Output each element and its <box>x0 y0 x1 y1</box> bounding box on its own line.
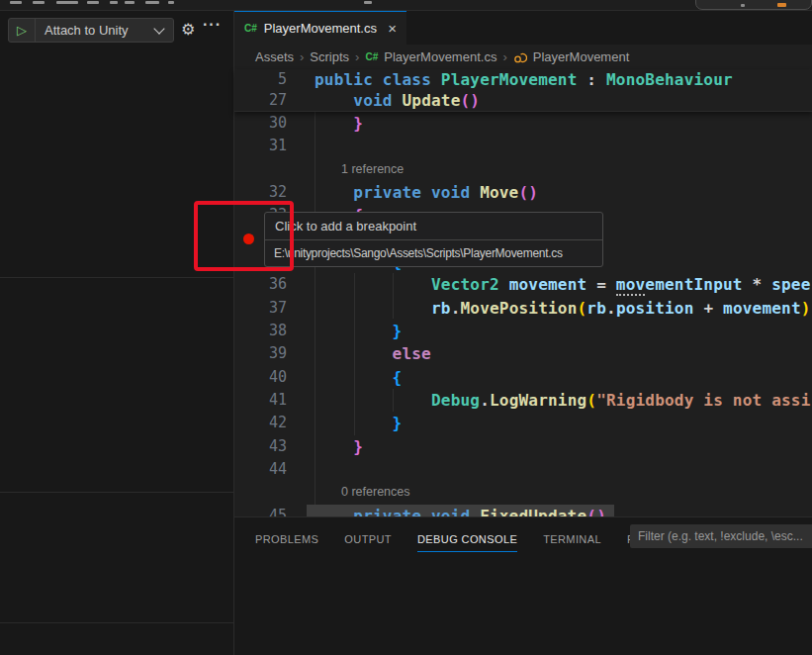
vscode-window: { "sidebar": { "attach_label": "Attach t… <box>0 0 812 655</box>
breadcrumb-item-file[interactable]: PlayerMovement.cs <box>384 49 496 64</box>
sidebar-section-divider <box>0 492 234 493</box>
panel-tab-bar: PROBLEMS OUTPUT DEBUG CONSOLE TERMINAL P… <box>255 527 667 552</box>
debug-launch-control[interactable]: ▷ Attach to Unity <box>8 18 174 43</box>
code-line[interactable]: 37rb.MovePosition(rb.position + movement… <box>234 297 812 320</box>
code-line[interactable]: 43} <box>234 435 812 458</box>
code-token: ) <box>801 299 811 318</box>
code-text: } <box>315 435 363 458</box>
line-number[interactable]: 30 <box>234 112 287 135</box>
more-actions-icon[interactable]: ··· <box>203 16 222 34</box>
breadcrumb-item-scripts[interactable]: Scripts <box>310 49 349 64</box>
code-editor[interactable]: 30}311 reference32private void Move()33{… <box>234 112 812 516</box>
breadcrumb-item-class[interactable]: PlayerMovement <box>533 49 630 64</box>
code-line[interactable]: 44 <box>234 458 812 481</box>
line-number[interactable]: 5 <box>234 69 287 90</box>
breadcrumb: Assets › Scripts › C# PlayerMovement.cs … <box>234 45 812 69</box>
code-token: position <box>616 299 704 318</box>
tab-playermovement[interactable]: C# PlayerMovement.cs × <box>234 10 406 45</box>
code-token: rb <box>586 299 606 318</box>
breadcrumb-separator: › <box>502 49 506 64</box>
command-center-searchbox[interactable] <box>695 0 812 10</box>
code-token: } <box>353 114 363 133</box>
debug-config-label[interactable]: Attach to Unity <box>36 23 151 38</box>
code-line[interactable]: 40{ <box>234 366 812 389</box>
line-number[interactable]: 42 <box>234 412 287 434</box>
tab-debug-console[interactable]: DEBUG CONSOLE <box>417 527 517 552</box>
line-number[interactable]: 40 <box>234 366 287 389</box>
code-token: spee <box>771 275 810 294</box>
code-token: private void <box>353 507 480 516</box>
menu-item-clipped[interactable] <box>110 1 118 4</box>
code-line[interactable]: 32private void Move() <box>234 181 812 204</box>
code-token: () <box>518 183 538 202</box>
code-line[interactable]: 41Debug.LogWarning("Rigidbody is not ass… <box>234 389 812 412</box>
code-text: Vector2 movement = movementInput * spee <box>315 273 811 296</box>
line-number[interactable]: 43 <box>234 435 287 458</box>
breadcrumb-item-assets[interactable]: Assets <box>255 49 294 64</box>
tab-problems[interactable]: PROBLEMS <box>255 527 318 552</box>
csharp-file-icon: C# <box>365 51 378 62</box>
code-token: () <box>586 507 606 516</box>
line-number[interactable]: 45 <box>234 505 287 516</box>
line-number[interactable]: 27 <box>234 90 287 111</box>
code-token: ( <box>578 299 587 318</box>
tab-terminal[interactable]: TERMINAL <box>543 527 601 552</box>
code-text: public class PlayerMovement : MonoBehavi… <box>315 69 733 90</box>
code-line[interactable]: 45private void FixedUpdate() <box>234 505 812 516</box>
close-icon[interactable]: × <box>388 21 397 36</box>
menu-item-clipped[interactable] <box>125 1 135 4</box>
menu-item-clipped[interactable] <box>33 1 45 4</box>
code-token: movement <box>723 299 801 318</box>
code-token: . <box>480 391 490 410</box>
sticky-scroll: 5public class PlayerMovement : MonoBehav… <box>234 69 812 112</box>
line-number[interactable]: 37 <box>234 297 287 320</box>
sidebar-section-divider <box>0 277 234 278</box>
menu-item-clipped[interactable] <box>145 1 159 4</box>
codelens[interactable]: 1 reference <box>234 158 812 181</box>
line-number[interactable]: 39 <box>234 342 287 365</box>
codelens[interactable]: 0 references <box>234 481 812 504</box>
filter-input[interactable] <box>630 524 812 548</box>
code-token: Vector2 <box>431 275 509 294</box>
line-number[interactable]: 36 <box>234 273 287 296</box>
code-line[interactable]: 36Vector2 movement = movementInput * spe… <box>234 273 812 296</box>
menu-item-clipped[interactable] <box>87 1 99 4</box>
code-token: . <box>451 299 461 318</box>
code-text: rb.MovePosition(rb.position + movement) <box>315 297 811 320</box>
line-number[interactable]: 38 <box>234 320 287 342</box>
code-text: Debug.LogWarning("Rigidbody is not assi <box>315 389 811 412</box>
gear-icon[interactable]: ⚙ <box>181 20 195 40</box>
tooltip-file-path: E:\unityprojects\Sango\Assets\Scripts\Pl… <box>265 240 602 266</box>
code-text: void Update() <box>315 90 480 111</box>
menu-item-clipped[interactable] <box>10 1 22 4</box>
line-number[interactable]: 44 <box>234 458 287 481</box>
line-number[interactable]: 41 <box>234 389 287 412</box>
code-token: + <box>703 299 723 318</box>
line-number[interactable]: 31 <box>234 135 287 157</box>
tab-label[interactable]: PlayerMovement.cs <box>264 21 381 36</box>
chevron-down-icon[interactable] <box>153 23 164 34</box>
menu-item-clipped[interactable] <box>364 1 372 4</box>
breadcrumb-separator: › <box>300 49 304 64</box>
codelens-label[interactable]: 0 references <box>341 481 409 504</box>
menu-item-clipped[interactable] <box>56 1 78 4</box>
code-token: Debug <box>431 391 480 410</box>
code-token: : <box>586 70 606 89</box>
class-symbol-icon <box>513 50 527 64</box>
debug-start-icon[interactable]: ▷ <box>9 19 36 42</box>
code-token: * <box>753 275 772 294</box>
command-center-badge <box>777 3 786 7</box>
csharp-file-icon: C# <box>244 23 257 34</box>
code-line[interactable]: 31 <box>234 135 812 157</box>
code-line[interactable]: 39else <box>234 342 812 365</box>
code-line[interactable]: 27void Update() <box>234 90 812 111</box>
code-line[interactable]: 30} <box>234 112 812 135</box>
code-line[interactable]: 42} <box>234 412 812 434</box>
tab-output[interactable]: OUTPUT <box>344 527 392 552</box>
code-token: Update <box>402 91 460 110</box>
code-text: { <box>315 366 402 389</box>
code-line[interactable]: 38} <box>234 320 812 342</box>
code-line[interactable]: 5public class PlayerMovement : MonoBehav… <box>234 69 812 90</box>
codelens-label[interactable]: 1 reference <box>341 158 404 181</box>
menu-item-clipped[interactable] <box>168 1 174 4</box>
